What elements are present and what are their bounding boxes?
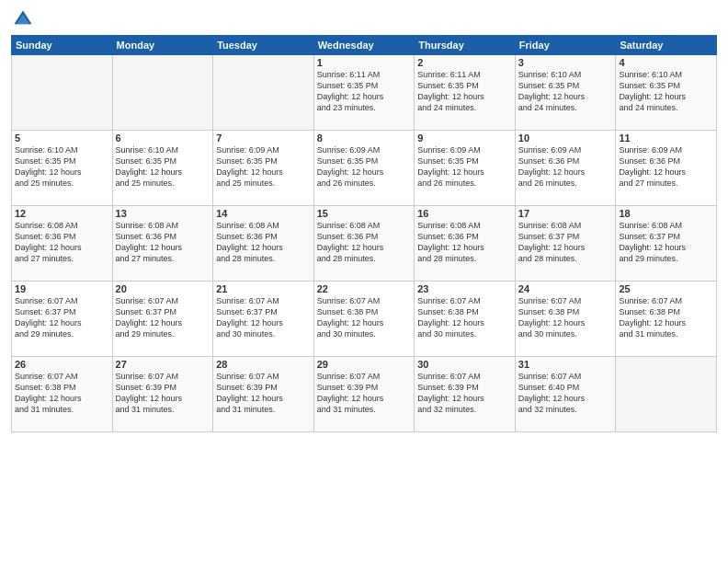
day-info: Sunrise: 6:08 AMSunset: 6:36 PMDaylight:… [216,220,311,265]
day-number: 18 [619,208,713,219]
day-number: 29 [317,359,412,370]
day-number: 17 [518,208,613,219]
day-number: 14 [216,208,311,219]
calendar-header-row: SundayMondayTuesdayWednesdayThursdayFrid… [12,36,717,55]
day-number: 20 [116,283,210,294]
day-number: 30 [417,359,512,370]
day-cell: 15Sunrise: 6:08 AMSunset: 6:36 PMDayligh… [313,206,415,282]
day-info: Sunrise: 6:08 AMSunset: 6:36 PMDaylight:… [417,220,512,265]
day-info: Sunrise: 6:09 AMSunset: 6:36 PMDaylight:… [518,144,613,190]
day-cell: 10Sunrise: 6:09 AMSunset: 6:36 PMDayligh… [515,131,616,206]
day-info: Sunrise: 6:09 AMSunset: 6:36 PMDaylight:… [619,144,713,190]
day-cell: 1Sunrise: 6:11 AMSunset: 6:35 PMDaylight… [313,55,415,131]
day-header-sunday: Sunday [12,36,113,55]
day-number: 26 [15,359,109,370]
day-info: Sunrise: 6:07 AMSunset: 6:39 PMDaylight:… [417,371,512,416]
day-header-wednesday: Wednesday [313,36,415,55]
day-info: Sunrise: 6:07 AMSunset: 6:40 PMDaylight:… [518,371,613,416]
week-row-5: 26Sunrise: 6:07 AMSunset: 6:38 PMDayligh… [12,357,717,432]
day-info: Sunrise: 6:07 AMSunset: 6:39 PMDaylight:… [116,371,210,416]
day-cell: 27Sunrise: 6:07 AMSunset: 6:39 PMDayligh… [112,357,213,432]
day-cell: 19Sunrise: 6:07 AMSunset: 6:37 PMDayligh… [12,282,113,357]
day-cell: 28Sunrise: 6:07 AMSunset: 6:39 PMDayligh… [213,357,314,432]
day-number: 15 [317,208,412,219]
day-info: Sunrise: 6:08 AMSunset: 6:36 PMDaylight:… [15,220,109,265]
header [11,9,717,29]
day-info: Sunrise: 6:10 AMSunset: 6:35 PMDaylight:… [15,144,109,190]
day-number: 23 [417,283,512,294]
day-number: 10 [518,132,613,144]
day-cell: 20Sunrise: 6:07 AMSunset: 6:37 PMDayligh… [112,282,213,357]
day-number: 11 [619,132,713,144]
day-cell: 17Sunrise: 6:08 AMSunset: 6:37 PMDayligh… [515,206,616,282]
day-number: 2 [417,57,512,68]
day-cell: 8Sunrise: 6:09 AMSunset: 6:35 PMDaylight… [313,131,415,206]
calendar-table: SundayMondayTuesdayWednesdayThursdayFrid… [11,35,717,432]
day-info: Sunrise: 6:07 AMSunset: 6:39 PMDaylight:… [317,371,412,416]
day-info: Sunrise: 6:07 AMSunset: 6:38 PMDaylight:… [417,295,512,340]
day-info: Sunrise: 6:07 AMSunset: 6:38 PMDaylight:… [15,371,109,416]
day-info: Sunrise: 6:07 AMSunset: 6:39 PMDaylight:… [216,371,311,416]
day-info: Sunrise: 6:07 AMSunset: 6:38 PMDaylight:… [317,295,412,340]
day-cell: 12Sunrise: 6:08 AMSunset: 6:36 PMDayligh… [12,206,113,282]
day-cell: 7Sunrise: 6:09 AMSunset: 6:35 PMDaylight… [213,131,314,206]
day-cell: 6Sunrise: 6:10 AMSunset: 6:35 PMDaylight… [112,131,213,206]
day-cell [12,55,113,131]
day-number: 3 [518,57,613,68]
day-cell: 31Sunrise: 6:07 AMSunset: 6:40 PMDayligh… [515,357,616,432]
day-info: Sunrise: 6:07 AMSunset: 6:37 PMDaylight:… [116,295,210,340]
day-header-thursday: Thursday [415,36,516,55]
day-info: Sunrise: 6:08 AMSunset: 6:37 PMDaylight:… [518,220,613,265]
day-info: Sunrise: 6:08 AMSunset: 6:37 PMDaylight:… [619,220,713,265]
day-info: Sunrise: 6:08 AMSunset: 6:36 PMDaylight:… [116,220,210,265]
day-number: 27 [116,359,210,370]
day-number: 5 [15,132,109,144]
day-number: 19 [15,283,109,294]
day-info: Sunrise: 6:09 AMSunset: 6:35 PMDaylight:… [417,144,512,190]
day-number: 22 [317,283,412,294]
day-cell: 26Sunrise: 6:07 AMSunset: 6:38 PMDayligh… [12,357,113,432]
day-number: 12 [15,208,109,219]
day-number: 28 [216,359,311,370]
day-info: Sunrise: 6:07 AMSunset: 6:38 PMDaylight:… [518,295,613,340]
day-cell: 30Sunrise: 6:07 AMSunset: 6:39 PMDayligh… [415,357,516,432]
day-cell: 3Sunrise: 6:10 AMSunset: 6:35 PMDaylight… [515,55,616,131]
day-number: 25 [619,283,713,294]
day-info: Sunrise: 6:11 AMSunset: 6:35 PMDaylight:… [317,69,412,114]
day-cell: 29Sunrise: 6:07 AMSunset: 6:39 PMDayligh… [313,357,415,432]
day-cell [213,55,314,131]
day-cell [616,357,717,432]
day-cell: 25Sunrise: 6:07 AMSunset: 6:38 PMDayligh… [616,282,717,357]
day-info: Sunrise: 6:10 AMSunset: 6:35 PMDaylight:… [518,69,613,114]
calendar-page: SundayMondayTuesdayWednesdayThursdayFrid… [0,0,728,563]
day-info: Sunrise: 6:11 AMSunset: 6:35 PMDaylight:… [417,69,512,114]
day-cell: 23Sunrise: 6:07 AMSunset: 6:38 PMDayligh… [415,282,516,357]
day-info: Sunrise: 6:07 AMSunset: 6:37 PMDaylight:… [216,295,311,340]
week-row-1: 1Sunrise: 6:11 AMSunset: 6:35 PMDaylight… [12,55,717,131]
day-info: Sunrise: 6:07 AMSunset: 6:37 PMDaylight:… [15,295,109,340]
day-number: 8 [317,132,412,144]
day-number: 4 [619,57,713,68]
logo [11,9,33,29]
day-number: 7 [216,132,311,144]
day-number: 9 [417,132,512,144]
day-number: 16 [417,208,512,219]
day-info: Sunrise: 6:10 AMSunset: 6:35 PMDaylight:… [619,69,713,114]
week-row-3: 12Sunrise: 6:08 AMSunset: 6:36 PMDayligh… [12,206,717,282]
day-header-tuesday: Tuesday [213,36,314,55]
day-cell: 14Sunrise: 6:08 AMSunset: 6:36 PMDayligh… [213,206,314,282]
day-info: Sunrise: 6:07 AMSunset: 6:38 PMDaylight:… [619,295,713,340]
week-row-2: 5Sunrise: 6:10 AMSunset: 6:35 PMDaylight… [12,131,717,206]
day-cell [112,55,213,131]
day-header-saturday: Saturday [616,36,717,55]
day-cell: 4Sunrise: 6:10 AMSunset: 6:35 PMDaylight… [616,55,717,131]
day-cell: 5Sunrise: 6:10 AMSunset: 6:35 PMDaylight… [12,131,113,206]
day-cell: 9Sunrise: 6:09 AMSunset: 6:35 PMDaylight… [415,131,516,206]
day-header-monday: Monday [112,36,213,55]
day-cell: 18Sunrise: 6:08 AMSunset: 6:37 PMDayligh… [616,206,717,282]
logo-icon [13,9,33,29]
day-header-friday: Friday [515,36,616,55]
day-info: Sunrise: 6:09 AMSunset: 6:35 PMDaylight:… [216,144,311,190]
day-cell: 24Sunrise: 6:07 AMSunset: 6:38 PMDayligh… [515,282,616,357]
day-cell: 22Sunrise: 6:07 AMSunset: 6:38 PMDayligh… [313,282,415,357]
